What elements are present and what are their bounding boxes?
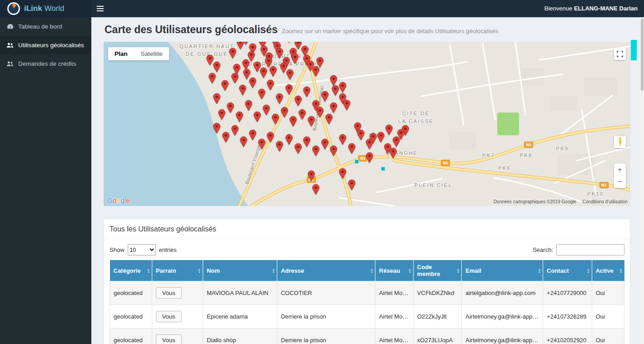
map-marker[interactable] <box>237 42 244 52</box>
map-marker[interactable] <box>276 48 283 61</box>
map-marker[interactable] <box>285 84 293 97</box>
map-marker[interactable] <box>339 134 346 147</box>
column-header-nom[interactable]: Nom▲▼ <box>203 260 277 281</box>
map-marker[interactable] <box>290 116 297 129</box>
map-marker[interactable] <box>348 179 355 192</box>
content-scrollbar-thumb[interactable] <box>631 40 637 60</box>
map-marker[interactable] <box>291 53 299 66</box>
map-marker[interactable] <box>321 138 329 152</box>
map-marker[interactable] <box>254 111 261 124</box>
map-marker[interactable] <box>348 143 355 156</box>
map-marker[interactable] <box>285 42 293 45</box>
map-marker[interactable] <box>206 54 214 68</box>
map-marker[interactable] <box>286 69 294 82</box>
column-header-adresse[interactable]: Adresse▲▼ <box>277 260 375 281</box>
map-marker[interactable] <box>258 88 265 102</box>
map-marker[interactable] <box>312 145 320 158</box>
map-marker[interactable] <box>285 134 293 147</box>
map-marker[interactable] <box>227 102 234 115</box>
map-marker[interactable] <box>276 141 283 154</box>
map-marker[interactable] <box>229 48 236 61</box>
map-marker[interactable] <box>281 107 288 120</box>
page-scrollbar-thumb[interactable] <box>641 18 644 91</box>
map-marker[interactable] <box>312 66 320 79</box>
column-header-contact[interactable]: Contact▲▼ <box>543 260 592 281</box>
map-marker[interactable] <box>303 136 310 149</box>
map-marker[interactable] <box>330 145 337 158</box>
page-size-select[interactable]: 10 <box>128 244 156 256</box>
user-menu[interactable]: Bienvenue ELLANG-MANE Darlan <box>544 0 638 17</box>
terms-link[interactable]: Conditions d'utilisation <box>583 199 628 204</box>
parrain-vous-button[interactable]: Vous <box>156 287 182 299</box>
map-marker[interactable] <box>267 132 274 145</box>
map-marker[interactable] <box>267 79 274 93</box>
map-marker[interactable] <box>343 99 350 113</box>
map-marker[interactable] <box>377 132 384 145</box>
zoom-out-button[interactable]: − <box>614 176 626 188</box>
map-type-plan-button[interactable]: Plan <box>108 47 134 60</box>
map-marker[interactable] <box>263 104 270 118</box>
google-logo[interactable]: Google <box>107 197 130 204</box>
google-map[interactable]: QUARTIER HAUT DE GUÉ GUÉQUARTIER DERRIÈR… <box>104 42 630 206</box>
map-marker[interactable] <box>316 107 324 120</box>
map-marker[interactable] <box>236 111 243 124</box>
map-marker[interactable] <box>221 80 229 93</box>
column-header-active[interactable]: Active▲▼ <box>592 260 624 281</box>
map-marker[interactable] <box>308 170 315 183</box>
parrain-vous-button[interactable]: Vous <box>156 311 182 322</box>
transit-stop-icon <box>381 167 385 171</box>
map-marker[interactable] <box>258 138 265 152</box>
map-marker[interactable] <box>209 73 216 86</box>
map-marker[interactable] <box>389 147 397 161</box>
column-header-r-seau[interactable]: Réseau▲▼ <box>375 260 414 281</box>
map-marker[interactable] <box>366 152 373 165</box>
sidebar-toggle-button[interactable] <box>97 0 115 17</box>
pegman-button[interactable] <box>614 136 626 148</box>
map-type-satellite-button[interactable]: Satellite <box>134 47 169 60</box>
map-marker[interactable] <box>222 132 230 145</box>
map-marker[interactable] <box>218 109 225 122</box>
page-title: Carte des Utilisateurs géolocalisés <box>105 24 278 36</box>
map-marker[interactable] <box>245 100 252 113</box>
table-wrap: Catégorie▲▼Parrain▲▼Nom▲▼Adresse▲▼Réseau… <box>104 260 630 344</box>
map-marker[interactable] <box>213 123 220 136</box>
map-marker[interactable] <box>312 184 320 197</box>
map-marker[interactable] <box>249 77 256 90</box>
map-marker[interactable] <box>240 136 247 149</box>
map-marker[interactable] <box>339 168 346 181</box>
map-marker[interactable] <box>308 116 315 129</box>
fullscreen-button[interactable] <box>614 48 626 60</box>
map-marker[interactable] <box>366 138 373 152</box>
map-marker[interactable] <box>249 129 256 143</box>
sidebar-item-credit-requests[interactable]: Demandes de crédits <box>0 54 91 73</box>
page-scrollbar[interactable] <box>640 17 644 344</box>
map-marker[interactable] <box>295 143 302 156</box>
map-marker[interactable] <box>231 73 239 86</box>
cell: xO273LUopA <box>413 329 461 344</box>
sidebar-item-geolocated-users[interactable]: Utilisateurs géolocalisés <box>0 36 91 54</box>
map-marker[interactable] <box>321 91 329 104</box>
map-marker[interactable] <box>357 129 364 143</box>
map-marker[interactable] <box>332 85 339 98</box>
map-marker[interactable] <box>239 84 246 98</box>
sidebar-item-dashboard[interactable]: Tableau de bord <box>0 17 91 36</box>
map-marker[interactable] <box>213 93 220 106</box>
map-marker[interactable] <box>260 67 267 80</box>
map-marker[interactable] <box>231 125 239 138</box>
map-marker[interactable] <box>276 93 283 106</box>
map-marker[interactable] <box>299 109 306 122</box>
map-marker[interactable] <box>325 113 333 127</box>
map-marker[interactable] <box>295 95 302 108</box>
column-header-code-membre[interactable]: Code membre▲▼ <box>413 260 461 281</box>
column-header-email[interactable]: Email▲▼ <box>462 260 543 281</box>
zoom-in-button[interactable]: + <box>614 163 626 176</box>
map-marker[interactable] <box>385 124 393 138</box>
map-marker[interactable] <box>303 86 310 99</box>
map-marker[interactable] <box>272 113 279 127</box>
search-input[interactable] <box>556 244 624 256</box>
column-header-cat-gorie[interactable]: Catégorie▲▼ <box>110 260 152 281</box>
map-marker[interactable] <box>270 66 277 79</box>
column-header-parrain[interactable]: Parrain▲▼ <box>152 260 203 281</box>
brand-logo-link[interactable]: iLink World <box>0 0 91 17</box>
parrain-vous-button[interactable]: Vous <box>156 334 182 344</box>
